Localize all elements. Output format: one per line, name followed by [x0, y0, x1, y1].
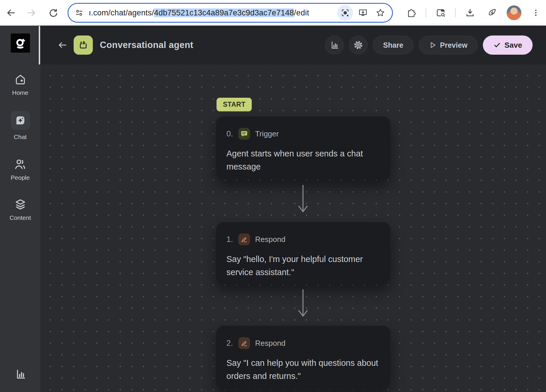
layers-icon — [14, 198, 27, 211]
g-logo-icon — [14, 37, 27, 49]
node-trigger[interactable]: 0. Trigger Agent starts when user sends … — [216, 116, 391, 180]
agent-header: Conversational agent Share — [40, 26, 546, 65]
share-button[interactable]: Share — [373, 36, 413, 54]
kebab-menu-icon — [531, 8, 540, 17]
settings-button[interactable] — [349, 36, 368, 54]
back-arrow-icon — [6, 8, 16, 18]
browser-reload-button[interactable] — [45, 5, 61, 21]
chat-sparkle-icon — [14, 114, 26, 126]
preview-button[interactable]: Preview — [419, 36, 478, 54]
install-desktop-icon — [358, 8, 368, 17]
sidebar-label-content: Content — [10, 214, 31, 221]
node-index: 1. — [226, 235, 233, 244]
download-icon — [465, 8, 475, 18]
browser-toolbar: ı.com/chat/agents/4db75521c13c4a89a7e3c9… — [0, 0, 546, 26]
url-text[interactable]: ı.com/chat/agents/4db75521c13c4a89a7e3c9… — [89, 8, 335, 17]
url-bar[interactable]: ı.com/chat/agents/4db75521c13c4a89a7e3c9… — [68, 3, 393, 23]
preview-label: Preview — [440, 41, 468, 49]
sidebar-label-home: Home — [12, 89, 28, 96]
chat-selected-tile — [11, 111, 30, 130]
app-sidebar: Home Chat People — [0, 26, 40, 392]
sidebar-analytics-button[interactable] — [0, 368, 40, 380]
code-agent-icon — [77, 39, 89, 51]
url-selected-text: 4db75521c13c4a89a7e3c9d3ac7e7148 — [154, 8, 294, 17]
url-prefix: ı.com/chat/agents/ — [89, 8, 154, 17]
node-index: 2. — [226, 339, 233, 348]
toolbar-divider — [455, 8, 456, 17]
check-icon — [493, 41, 501, 49]
sidebar-scrollbar[interactable] — [39, 26, 40, 65]
chat-message-icon — [240, 130, 248, 138]
site-settings-icon[interactable] — [74, 8, 84, 18]
install-app-button[interactable] — [355, 5, 370, 20]
sidebar-label-chat: Chat — [14, 133, 26, 140]
agent-icon-tile — [74, 35, 93, 55]
people-icon — [14, 158, 26, 171]
sidebar-label-people: People — [11, 174, 30, 181]
app-logo[interactable] — [11, 33, 30, 53]
page-title: Conversational agent — [100, 40, 193, 50]
node-description: Say "I can help you with questions about… — [226, 357, 380, 383]
analytics-button[interactable] — [325, 36, 344, 54]
back-arrow-icon — [57, 40, 68, 50]
node-description: Agent starts when user sends a chat mess… — [226, 147, 380, 173]
browser-forward-button[interactable] — [23, 5, 40, 21]
sidebar-item-people[interactable]: People — [11, 158, 30, 181]
node-index: 0. — [226, 129, 233, 138]
node-type-label: Respond — [255, 235, 286, 244]
energy-saver-leaf-icon — [487, 8, 497, 18]
search-panel-icon — [436, 8, 446, 18]
share-label: Share — [383, 41, 403, 49]
forward-arrow-icon — [26, 8, 37, 18]
browser-menu-button[interactable] — [528, 5, 544, 21]
bookmark-button[interactable] — [373, 5, 388, 20]
reload-icon — [48, 8, 58, 18]
flow-arrow-icon — [298, 184, 308, 214]
sidebar-item-content[interactable]: Content — [10, 198, 31, 221]
gear-icon — [353, 40, 364, 50]
google-lens-button[interactable] — [337, 5, 353, 21]
sidebar-item-chat[interactable]: Chat — [11, 111, 30, 140]
respond-icon-tile — [238, 337, 250, 349]
extensions-button[interactable] — [403, 5, 419, 21]
play-icon — [429, 41, 437, 49]
respond-icon-tile — [238, 234, 250, 245]
header-back-button[interactable] — [56, 38, 70, 52]
toolbar-divider — [426, 8, 426, 17]
url-suffix: /edit — [294, 8, 309, 17]
agent-builder-app: Home Chat People — [0, 26, 546, 392]
save-button[interactable]: Save — [483, 35, 533, 55]
side-search-button[interactable] — [433, 5, 448, 21]
lens-icon — [341, 8, 350, 17]
start-badge: START — [217, 98, 252, 111]
bar-chart-icon — [14, 368, 26, 380]
performance-button[interactable] — [484, 5, 500, 21]
star-icon — [376, 8, 385, 17]
node-respond-2[interactable]: 2. Respond Say "I can help you with ques… — [216, 326, 391, 390]
browser-back-button[interactable] — [3, 5, 19, 21]
bar-chart-icon — [329, 40, 339, 50]
trigger-icon-tile — [238, 128, 250, 140]
sidebar-item-home[interactable]: Home — [12, 74, 28, 96]
workflow-canvas[interactable]: START 0. Trigger Agent starts when user … — [40, 65, 546, 392]
profile-avatar[interactable] — [506, 5, 522, 20]
pen-icon — [240, 339, 248, 347]
home-icon — [14, 74, 26, 86]
flow-arrow-icon — [298, 289, 308, 318]
pen-icon — [240, 236, 248, 243]
downloads-button[interactable] — [462, 5, 478, 21]
node-type-label: Trigger — [255, 129, 279, 138]
node-description: Say "hello, I'm your helpful customer se… — [226, 253, 380, 279]
puzzle-icon — [406, 8, 416, 18]
save-label: Save — [504, 41, 522, 50]
node-type-label: Respond — [255, 339, 286, 348]
node-respond-1[interactable]: 1. Respond Say "hello, I'm your helpful … — [216, 222, 391, 284]
